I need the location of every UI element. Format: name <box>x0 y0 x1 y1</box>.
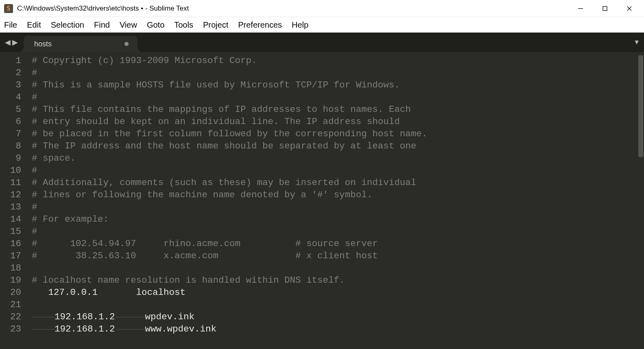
line-number: 6 <box>0 116 21 128</box>
code-line[interactable]: # 102.54.94.97 rhino.acme.com # source s… <box>32 238 644 250</box>
menu-selection[interactable]: Selection <box>46 18 89 32</box>
window-minimize-button[interactable] <box>568 0 593 17</box>
code-line[interactable]: # entry should be kept on an individual … <box>32 116 644 128</box>
code-line[interactable]: # space. <box>32 152 644 164</box>
vertical-scrollbar[interactable] <box>638 55 643 157</box>
code-line[interactable]: # This is a sample HOSTS file used by Mi… <box>32 79 644 91</box>
line-number: 23 <box>0 323 21 335</box>
menu-goto[interactable]: Goto <box>142 18 169 32</box>
line-number: 1 <box>0 55 21 67</box>
code-line[interactable]: 192.168.1.2www.wpdev.ink <box>32 323 644 335</box>
line-number: 11 <box>0 177 21 189</box>
code-line[interactable]: # <box>32 67 644 79</box>
code-line[interactable]: # For example: <box>32 213 644 225</box>
maximize-icon <box>602 6 608 11</box>
whitespace-indicator-icon <box>32 317 55 317</box>
tab-dirty-dot-icon <box>124 42 129 46</box>
line-number: 15 <box>0 225 21 238</box>
hosts-ip: 192.168.1.2 <box>55 323 115 335</box>
menu-tools[interactable]: Tools <box>169 18 198 32</box>
menu-find[interactable]: Find <box>89 18 115 32</box>
code-line[interactable]: # This file contains the mappings of IP … <box>32 103 644 116</box>
code-line[interactable]: # localhost name resolution is handled w… <box>32 274 644 286</box>
line-number: 13 <box>0 201 21 213</box>
whitespace-indicator-icon <box>32 329 55 329</box>
hosts-ip: 192.168.1.2 <box>55 311 115 323</box>
whitespace-indicator-icon <box>116 317 145 317</box>
line-number: 21 <box>0 299 21 311</box>
code-line[interactable]: # <box>32 91 644 103</box>
line-number: 17 <box>0 250 21 262</box>
code-line[interactable]: # Additionally, comments (such as these)… <box>32 177 644 189</box>
tab-label: hosts <box>34 40 52 48</box>
nav-back-icon[interactable]: ◀ <box>5 38 11 47</box>
window-titlebar: S C:\Windows\System32\drivers\etc\hosts … <box>0 0 644 17</box>
window-maximize-button[interactable] <box>593 0 617 17</box>
line-number: 2 <box>0 67 21 79</box>
line-number: 9 <box>0 152 21 164</box>
tab-overflow-icon[interactable]: ▼ <box>633 39 640 46</box>
code-line[interactable]: # <box>32 225 644 238</box>
menubar: File Edit Selection Find View Goto Tools… <box>0 17 644 33</box>
line-number: 16 <box>0 238 21 250</box>
code-line[interactable]: 192.168.1.2wpdev.ink <box>32 311 644 323</box>
whitespace-indicator-icon <box>116 329 145 329</box>
line-number: 22 <box>0 311 21 323</box>
code-line[interactable]: # be placed in the first column followed… <box>32 128 644 140</box>
code-line[interactable]: # Copyright (c) 1993-2009 Microsoft Corp… <box>32 55 644 67</box>
code-line[interactable] <box>32 262 644 274</box>
tabbar: ◀ ▶ hosts ▼ <box>0 33 644 52</box>
svg-rect-1 <box>603 7 607 11</box>
code-area[interactable]: # Copyright (c) 1993-2009 Microsoft Corp… <box>27 52 644 349</box>
editor[interactable]: 1234567891011121314151617181920212223 # … <box>0 52 644 349</box>
code-line[interactable] <box>32 299 644 311</box>
tab-hosts[interactable]: hosts <box>24 36 138 52</box>
line-number: 3 <box>0 79 21 91</box>
line-number: 18 <box>0 262 21 274</box>
line-number: 7 <box>0 128 21 140</box>
window-title: C:\Windows\System32\drivers\etc\hosts • … <box>17 4 189 13</box>
line-number: 5 <box>0 103 21 116</box>
menu-edit[interactable]: Edit <box>22 18 46 32</box>
line-number: 12 <box>0 189 21 201</box>
menu-preferences[interactable]: Preferences <box>233 18 287 32</box>
line-number: 10 <box>0 164 21 177</box>
line-number: 20 <box>0 286 21 299</box>
menu-project[interactable]: Project <box>198 18 233 32</box>
code-line[interactable]: # <box>32 164 644 177</box>
window-close-button[interactable] <box>617 0 642 17</box>
line-number: 8 <box>0 140 21 152</box>
code-line[interactable]: 127.0.0.1 localhost <box>32 286 644 299</box>
close-icon <box>627 6 632 11</box>
code-line[interactable]: # 38.25.63.10 x.acme.com # x client host <box>32 250 644 262</box>
code-line[interactable]: # lines or following the machine name de… <box>32 189 644 201</box>
sublime-app-icon: S <box>4 4 13 13</box>
menu-view[interactable]: View <box>115 18 142 32</box>
line-number-gutter: 1234567891011121314151617181920212223 <box>0 52 27 349</box>
menu-file[interactable]: File <box>2 18 22 32</box>
code-line[interactable]: # The IP address and the host name shoul… <box>32 140 644 152</box>
line-number: 19 <box>0 274 21 286</box>
line-number: 4 <box>0 91 21 103</box>
menu-help[interactable]: Help <box>287 18 313 32</box>
code-line[interactable]: # <box>32 201 644 213</box>
line-number: 14 <box>0 213 21 225</box>
hosts-hostname: wpdev.ink <box>145 311 195 323</box>
hosts-hostname: www.wpdev.ink <box>145 323 217 335</box>
minimize-icon <box>578 6 583 11</box>
